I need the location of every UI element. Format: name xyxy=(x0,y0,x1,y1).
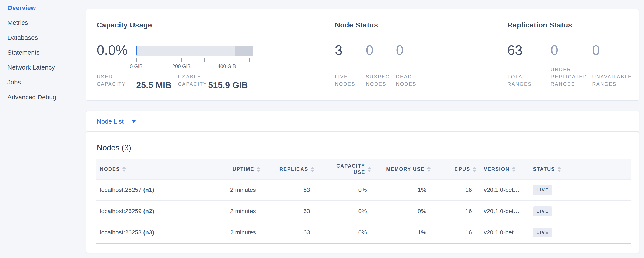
sort-icon xyxy=(558,167,561,172)
chevron-down-icon xyxy=(131,120,136,123)
sidebar-item-network-latency[interactable]: Network Latency xyxy=(0,60,86,75)
total-ranges-count: 63 xyxy=(507,43,522,58)
axis-label-400gib: 400 GiB xyxy=(218,63,236,69)
total-ranges-label: TOTAL RANGES xyxy=(507,73,532,88)
node-uptime: 2 minutes xyxy=(210,222,264,243)
node-replicas: 63 xyxy=(264,201,318,222)
column-header-version[interactable]: VERSION xyxy=(480,159,530,179)
sidebar: Overview Metrics Databases Statements Ne… xyxy=(0,0,86,258)
node-version: v20.1.0-bet… xyxy=(480,179,530,201)
node-version: v20.1.0-bet… xyxy=(480,201,530,222)
sidebar-item-databases[interactable]: Databases xyxy=(0,30,86,45)
capacity-bar-used-marker xyxy=(136,46,137,55)
node-capacity-use: 0% xyxy=(318,222,375,243)
unavailable-ranges-count: 0 xyxy=(592,43,600,58)
nodes-table-card: Nodes (3) NODES UPTIME REPLIC xyxy=(86,132,639,253)
node-memory-use: 1% xyxy=(375,179,435,201)
table-header-row: NODES UPTIME REPLICAS CAPACITY USE xyxy=(96,159,631,179)
column-header-uptime[interactable]: UPTIME xyxy=(210,159,264,179)
node-cpus: 16 xyxy=(435,201,480,222)
node-memory-use: 1% xyxy=(375,222,435,243)
sidebar-item-metrics[interactable]: Metrics xyxy=(0,15,86,30)
sort-icon xyxy=(122,167,126,172)
sidebar-item-overview[interactable]: Overview xyxy=(0,1,86,15)
node-uptime: 2 minutes xyxy=(210,179,264,201)
usable-capacity-label: USABLE CAPACITY xyxy=(178,73,207,88)
table-row-node-1[interactable]: localhost:26257 (n1) 2 minutes 63 0% 1% … xyxy=(96,179,631,201)
main-content: Capacity Usage 0.0% 0 GiB 200 GiB 400 Gi… xyxy=(86,0,639,253)
node-cpus: 16 xyxy=(435,179,480,201)
node-address[interactable]: localhost:26258 (n3) xyxy=(96,222,210,243)
column-header-replicas[interactable]: REPLICAS xyxy=(264,159,318,179)
sidebar-item-jobs[interactable]: Jobs xyxy=(0,75,86,90)
under-replicated-ranges-count: 0 xyxy=(551,43,558,58)
table-row-node-3[interactable]: localhost:26258 (n3) 2 minutes 63 0% 1% … xyxy=(96,222,631,243)
live-nodes-count: 3 xyxy=(335,43,342,58)
suspect-nodes-label: SUSPECT NODES xyxy=(366,73,394,88)
cluster-summary-card: Capacity Usage 0.0% 0 GiB 200 GiB 400 Gi… xyxy=(86,9,639,101)
under-replicated-ranges-label: UNDER- REPLICATED RANGES xyxy=(551,66,587,88)
sort-icon xyxy=(257,167,260,172)
unavailable-ranges-label: UNAVAILABLE RANGES xyxy=(592,73,632,88)
node-capacity-use: 0% xyxy=(318,201,375,222)
status-badge: LIVE xyxy=(533,185,552,195)
node-status: LIVE xyxy=(530,222,631,243)
node-version: v20.1.0-bet… xyxy=(480,222,530,243)
node-cpus: 16 xyxy=(435,222,480,243)
suspect-nodes-count: 0 xyxy=(366,43,374,58)
capacity-bar-secondary-segment xyxy=(235,46,253,56)
node-status-title: Node Status xyxy=(335,21,378,29)
replication-status-title: Replication Status xyxy=(507,21,572,29)
node-status: LIVE xyxy=(530,201,631,222)
replication-status-section: Replication Status 63 TOTAL RANGES 0 UND… xyxy=(507,9,630,100)
live-nodes-label: LIVE NODES xyxy=(335,73,356,88)
status-badge: LIVE xyxy=(533,206,552,216)
axis-label-200gib: 200 GiB xyxy=(172,63,191,69)
column-header-cpus[interactable]: CPUS xyxy=(435,159,480,179)
node-list-dropdown-label[interactable]: Node List xyxy=(97,118,124,125)
node-status: LIVE xyxy=(530,179,631,201)
capacity-used-percent: 0.0% xyxy=(97,43,128,58)
sort-icon xyxy=(473,167,476,172)
node-address[interactable]: localhost:26257 (n1) xyxy=(96,179,210,201)
column-header-nodes[interactable]: NODES xyxy=(96,159,210,179)
capacity-bar-chart: 0 GiB 200 GiB 400 GiB xyxy=(136,46,253,70)
column-header-status[interactable]: STATUS xyxy=(530,159,631,179)
dead-nodes-count: 0 xyxy=(396,43,404,58)
capacity-axis-labels: 0 GiB 200 GiB 400 GiB xyxy=(136,63,253,70)
node-list-dropdown[interactable]: Node List xyxy=(86,111,639,132)
column-header-capacity-use[interactable]: CAPACITY USE xyxy=(318,159,375,179)
sort-icon xyxy=(427,167,430,172)
sidebar-item-advanced-debug[interactable]: Advanced Debug xyxy=(0,90,86,105)
nodes-section-title: Nodes (3) xyxy=(97,143,639,152)
capacity-usage-title: Capacity Usage xyxy=(97,21,152,29)
node-memory-use: 0% xyxy=(375,201,435,222)
sort-icon xyxy=(512,167,516,172)
node-capacity-use: 0% xyxy=(318,179,375,201)
node-status-section: Node Status 3 LIVE NODES 0 SUSPECT NODES… xyxy=(335,9,507,100)
sidebar-item-statements[interactable]: Statements xyxy=(0,45,86,60)
axis-label-0gib: 0 GiB xyxy=(130,63,142,69)
dead-nodes-label: DEAD NODES xyxy=(396,73,416,88)
node-uptime: 2 minutes xyxy=(210,201,264,222)
node-address[interactable]: localhost:26259 (n2) xyxy=(96,201,210,222)
column-header-memory-use[interactable]: MEMORY USE xyxy=(375,159,435,179)
used-capacity-label: USED CAPACITY xyxy=(97,73,126,88)
sort-icon xyxy=(311,167,314,172)
usable-capacity-value: 515.9 GiB xyxy=(208,80,248,90)
table-row-node-2[interactable]: localhost:26259 (n2) 2 minutes 63 0% 0% … xyxy=(96,201,631,222)
status-badge: LIVE xyxy=(533,228,552,237)
capacity-usage-section: Capacity Usage 0.0% 0 GiB 200 GiB 400 Gi… xyxy=(97,9,335,100)
sort-icon xyxy=(368,167,371,172)
node-replicas: 63 xyxy=(264,179,318,201)
capacity-axis-ticks xyxy=(136,59,253,62)
used-capacity-value: 25.5 MiB xyxy=(136,80,172,90)
node-replicas: 63 xyxy=(264,222,318,243)
nodes-table: NODES UPTIME REPLICAS CAPACITY USE xyxy=(96,159,631,243)
capacity-bar xyxy=(136,46,253,56)
